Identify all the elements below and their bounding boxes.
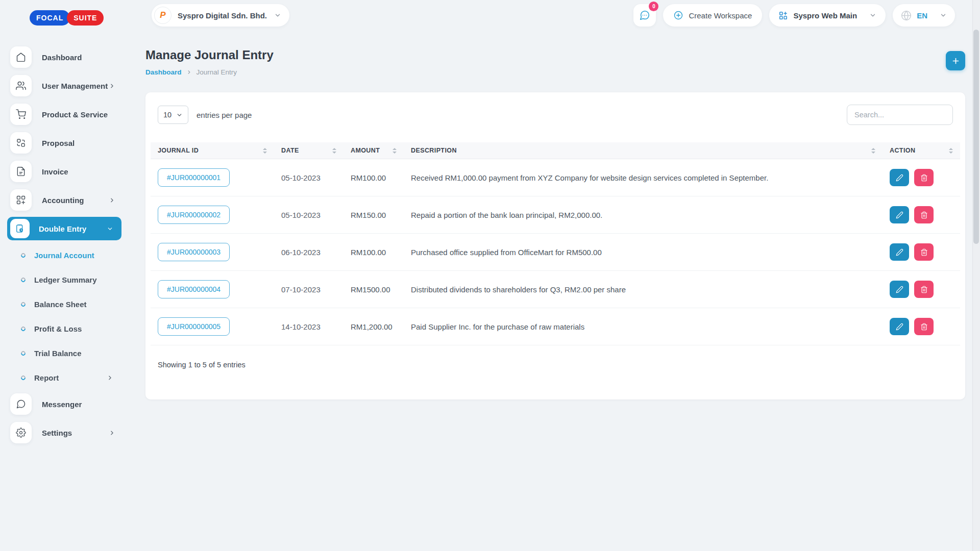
journal-id-chip[interactable]: #JUR000000005 xyxy=(158,317,230,336)
workspace-name: Syspro Digital Sdn. Bhd. xyxy=(178,11,267,20)
page-title: Manage Journal Entry xyxy=(145,48,274,62)
bullet-icon xyxy=(20,350,27,357)
chevron-down-icon xyxy=(869,12,876,19)
sidebar-subitem-journal-account[interactable]: Journal Account xyxy=(0,243,128,267)
delete-button[interactable] xyxy=(914,243,934,261)
search-input[interactable] xyxy=(847,105,953,125)
chat-icon xyxy=(639,10,650,21)
sidebar-item-accounting[interactable]: Accounting xyxy=(0,186,128,214)
workspace-selector[interactable]: P Syspro Digital Sdn. Bhd. xyxy=(152,4,289,27)
scrollbar-thumb[interactable] xyxy=(973,30,979,244)
journal-entries-table: JOURNAL ID DATE AMOUNT DESCRIPTION ACTIO… xyxy=(151,142,960,345)
sidebar-subitem-label: Journal Account xyxy=(34,251,94,260)
grid-plus-icon xyxy=(778,11,788,20)
sidebar-item-user-management[interactable]: User Management xyxy=(0,71,128,100)
sidebar-item-label: Double Entry xyxy=(39,224,86,233)
sidebar-subitem-label: Trial Balance xyxy=(34,349,82,358)
sort-icon xyxy=(871,148,875,154)
column-header-date[interactable]: DATE xyxy=(274,142,344,159)
journal-id-chip[interactable]: #JUR000000002 xyxy=(158,206,230,224)
sort-icon xyxy=(263,148,267,154)
sidebar-item-messenger[interactable]: Messenger xyxy=(0,390,128,418)
column-header-description[interactable]: DESCRIPTION xyxy=(404,142,883,159)
sidebar-subitem-report[interactable]: Report xyxy=(0,365,128,390)
sidebar-menu: Dashboard User Management Product & Serv… xyxy=(0,43,128,447)
edit-button[interactable] xyxy=(890,318,909,335)
journal-table-card: 10 entries per page JOURNAL ID DATE AMOU… xyxy=(145,92,965,399)
edit-button[interactable] xyxy=(890,281,909,298)
table-header-row: JOURNAL ID DATE AMOUNT DESCRIPTION ACTIO… xyxy=(151,142,960,159)
column-header-action[interactable]: ACTION xyxy=(883,142,960,159)
amount-cell: RM100.00 xyxy=(344,159,404,196)
sidebar-item-dashboard[interactable]: Dashboard xyxy=(0,43,128,71)
date-cell: 07-10-2023 xyxy=(274,271,344,308)
chevron-right-icon xyxy=(109,430,115,436)
delete-button[interactable] xyxy=(914,169,934,186)
date-cell: 05-10-2023 xyxy=(274,196,344,234)
column-header-journal-id[interactable]: JOURNAL ID xyxy=(151,142,274,159)
delete-button[interactable] xyxy=(914,281,934,298)
pencil-icon xyxy=(896,323,903,331)
messages-badge: 0 xyxy=(649,2,658,11)
sidebar-subitem-label: Balance Sheet xyxy=(34,300,87,309)
messenger-icon xyxy=(10,393,32,415)
amount-cell: RM100.00 xyxy=(344,234,404,271)
journal-id-chip[interactable]: #JUR000000004 xyxy=(158,280,230,298)
description-cell: Repaid a portion of the bank loan princi… xyxy=(404,196,883,234)
amount-cell: RM150.00 xyxy=(344,196,404,234)
settings-icon xyxy=(10,422,32,443)
page-head: Manage Journal Entry Dashboard Journal E… xyxy=(145,48,965,76)
delete-button[interactable] xyxy=(914,318,934,335)
bullet-icon xyxy=(20,277,27,283)
edit-button[interactable] xyxy=(890,206,909,223)
table-row: #JUR000000001 05-10-2023 RM100.00 Receiv… xyxy=(151,159,960,196)
topbar: P Syspro Digital Sdn. Bhd. 0 Create Work… xyxy=(128,0,980,27)
language-selector[interactable]: EN xyxy=(893,4,955,27)
journal-id-chip[interactable]: #JUR000000003 xyxy=(158,243,230,261)
column-label: DATE xyxy=(281,147,299,154)
sidebar-subitem-ledger-summary[interactable]: Ledger Summary xyxy=(0,267,128,292)
sidebar-subitem-label: Report xyxy=(34,373,59,382)
workspace-switcher-label: Syspro Web Main xyxy=(793,11,857,20)
sidebar-item-label: Dashboard xyxy=(42,53,82,62)
sidebar-item-product-service[interactable]: Product & Service xyxy=(0,100,128,129)
edit-button[interactable] xyxy=(890,243,909,261)
amount-cell: RM1500.00 xyxy=(344,271,404,308)
sidebar-item-double-entry[interactable]: Double Entry xyxy=(7,217,121,240)
workspace-switcher[interactable]: Syspro Web Main xyxy=(769,4,886,27)
table-row: #JUR000000004 07-10-2023 RM1500.00 Distr… xyxy=(151,271,960,308)
delete-button[interactable] xyxy=(914,206,934,223)
bullet-icon xyxy=(20,252,27,259)
chevron-right-icon xyxy=(186,69,192,75)
breadcrumb-dashboard-link[interactable]: Dashboard xyxy=(145,68,182,76)
journal-id-chip[interactable]: #JUR000000001 xyxy=(158,168,230,187)
edit-button[interactable] xyxy=(890,169,909,186)
sidebar-subitem-label: Profit & Loss xyxy=(34,324,82,333)
plus-icon xyxy=(951,57,960,65)
double-entry-icon xyxy=(10,219,30,238)
table-row: #JUR000000002 05-10-2023 RM150.00 Repaid… xyxy=(151,196,960,234)
sidebar: FOCAL SUITE Dashboard User Management Pr… xyxy=(0,0,128,551)
trash-icon xyxy=(920,323,928,331)
sort-icon xyxy=(393,148,397,154)
sidebar-item-settings[interactable]: Settings xyxy=(0,418,128,447)
chevron-down-icon xyxy=(274,12,281,19)
column-label: AMOUNT xyxy=(351,147,380,154)
sidebar-item-proposal[interactable]: Proposal xyxy=(0,129,128,157)
app-logo[interactable]: FOCAL SUITE xyxy=(30,10,128,26)
sidebar-subitem-trial-balance[interactable]: Trial Balance xyxy=(0,341,128,365)
sidebar-item-invoice[interactable]: Invoice xyxy=(0,157,128,186)
cart-icon xyxy=(10,104,32,125)
language-label: EN xyxy=(917,11,927,20)
description-cell: Paid Supplier Inc. for the purchase of r… xyxy=(404,308,883,345)
column-header-amount[interactable]: AMOUNT xyxy=(344,142,404,159)
add-journal-entry-button[interactable] xyxy=(946,51,965,70)
create-workspace-button[interactable]: Create Workspace xyxy=(663,4,762,27)
entries-per-page-select[interactable]: 10 xyxy=(158,106,188,124)
sidebar-subitem-profit-loss[interactable]: Profit & Loss xyxy=(0,316,128,341)
sidebar-subitem-balance-sheet[interactable]: Balance Sheet xyxy=(0,292,128,316)
trash-icon xyxy=(920,248,928,256)
proposal-icon xyxy=(10,132,32,154)
pencil-icon xyxy=(896,174,903,182)
messages-button[interactable]: 0 xyxy=(633,4,656,27)
